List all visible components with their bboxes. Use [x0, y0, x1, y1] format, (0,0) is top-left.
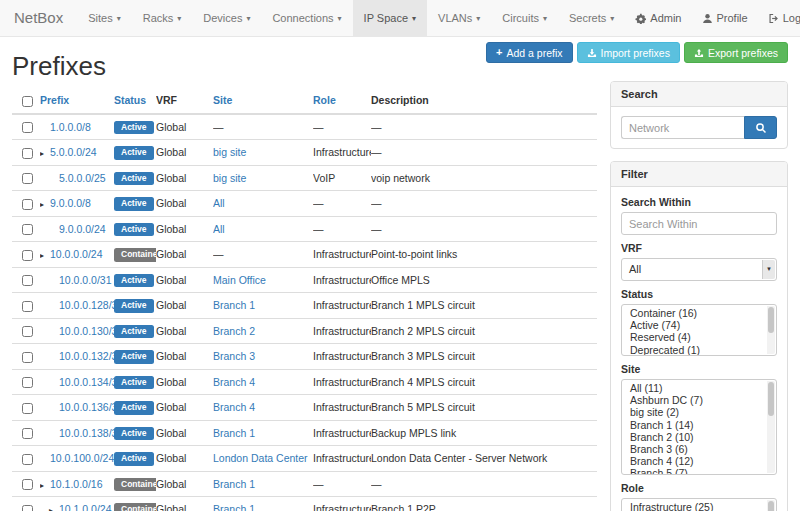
filter-select-vrf[interactable]: All▼: [621, 258, 777, 281]
prefix-link[interactable]: 9.0.0.0/24: [59, 223, 106, 235]
row-checkbox[interactable]: [22, 122, 33, 133]
site-cell: Branch 4: [213, 395, 313, 421]
nav-item-devices[interactable]: Devices▾: [192, 0, 261, 36]
import-prefixes-button[interactable]: Import prefixes: [577, 42, 680, 63]
listbox-option[interactable]: Branch 5 (7): [622, 467, 776, 475]
listbox-option[interactable]: Infrastructure (25): [622, 501, 776, 511]
site-link[interactable]: Branch 3: [213, 350, 255, 362]
listbox-option[interactable]: Branch 4 (12): [622, 455, 776, 467]
listbox-option[interactable]: Branch 2 (10): [622, 431, 776, 443]
role-cell: —: [313, 191, 371, 217]
nav-item-secrets[interactable]: Secrets▾: [558, 0, 625, 36]
prefix-link[interactable]: 9.0.0.0/8: [50, 197, 91, 209]
scrollbar-thumb[interactable]: [768, 307, 774, 333]
site-link[interactable]: All: [213, 223, 225, 235]
utility-profile[interactable]: Profile: [692, 0, 758, 36]
row-checkbox[interactable]: [22, 454, 33, 465]
site-link[interactable]: Branch 1: [213, 503, 255, 511]
nav-item-sites[interactable]: Sites▾: [77, 0, 131, 36]
site-link[interactable]: Branch 2: [213, 325, 255, 337]
prefix-link[interactable]: 10.0.0.128/31: [59, 299, 114, 311]
listbox-option[interactable]: Branch 1 (14): [622, 419, 776, 431]
sort-link-prefix[interactable]: Prefix: [40, 94, 69, 106]
role-cell: —: [313, 216, 371, 242]
utility-log-out[interactable]: Log out: [758, 0, 800, 36]
site-link[interactable]: Branch 4: [213, 376, 255, 388]
scrollbar-thumb[interactable]: [768, 501, 774, 511]
site-link[interactable]: Branch 4: [213, 401, 255, 413]
status-badge: Container: [114, 503, 156, 511]
listbox-option[interactable]: Deprecated (1): [622, 344, 776, 356]
listbox-option[interactable]: Container (16): [622, 307, 776, 319]
site-link[interactable]: London Data Center: [213, 452, 308, 464]
nav-item-label: VLANs: [438, 12, 472, 24]
row-checkbox[interactable]: [22, 326, 33, 337]
listbox-option[interactable]: Branch 3 (6): [622, 443, 776, 455]
prefix-link[interactable]: 10.0.0.132/31: [59, 350, 114, 362]
prefix-link[interactable]: 10.0.0.136/31: [59, 401, 114, 413]
prefix-link[interactable]: 10.0.0.134/31: [59, 376, 114, 388]
prefix-link[interactable]: 1.0.0.0/8: [50, 121, 91, 133]
nav-item-circuits[interactable]: Circuits▾: [491, 0, 558, 36]
nav-item-ip-space[interactable]: IP Space▾: [353, 0, 427, 36]
row-checkbox[interactable]: [22, 199, 33, 210]
prefix-link[interactable]: 10.1.0.0/24: [59, 503, 112, 511]
prefix-link[interactable]: 10.0.100.0/24: [50, 452, 114, 464]
listbox-option[interactable]: Active (74): [622, 319, 776, 331]
add-prefix-button[interactable]: + Add a prefix: [486, 42, 572, 63]
prefix-link[interactable]: 10.0.0.130/31: [59, 325, 114, 337]
row-checkbox[interactable]: [22, 505, 33, 511]
sort-link-role[interactable]: Role: [313, 94, 336, 106]
prefix-link[interactable]: 10.0.0.0/24: [50, 248, 103, 260]
site-link[interactable]: Branch 1: [213, 478, 255, 490]
brand-logo[interactable]: NetBox: [0, 0, 77, 36]
row-checkbox[interactable]: [22, 275, 33, 286]
nav-item-racks[interactable]: Racks▾: [132, 0, 193, 36]
prefix-link[interactable]: 10.0.0.138/31: [59, 427, 114, 439]
logout-icon: [768, 13, 779, 24]
row-checkbox[interactable]: [22, 428, 33, 439]
utility-admin[interactable]: Admin: [625, 0, 691, 36]
listbox-option[interactable]: big site (2): [622, 406, 776, 418]
nav-item-connections[interactable]: Connections▾: [261, 0, 352, 36]
row-checkbox[interactable]: [22, 173, 33, 184]
listbox-option[interactable]: All (11): [622, 382, 776, 394]
row-checkbox[interactable]: [22, 352, 33, 363]
search-input[interactable]: [621, 116, 744, 139]
site-cell: All: [213, 191, 313, 217]
table-row: 9.0.0.0/24ActiveGlobalAll——: [12, 216, 597, 242]
row-checkbox[interactable]: [22, 224, 33, 235]
scrollbar[interactable]: [767, 306, 775, 354]
search-button[interactable]: [744, 116, 777, 139]
prefix-link[interactable]: 5.0.0.0/24: [50, 146, 97, 158]
prefix-link[interactable]: 10.0.0.0/31: [59, 274, 112, 286]
site-link[interactable]: All: [213, 197, 225, 209]
scrollbar[interactable]: [767, 500, 775, 511]
filter-listbox-role: Infrastructure (25)Management (8)Private…: [621, 498, 777, 511]
sort-link-site[interactable]: Site: [213, 94, 232, 106]
row-checkbox[interactable]: [22, 250, 33, 261]
row-checkbox[interactable]: [22, 403, 33, 414]
role-cell: Infrastructure: [313, 344, 371, 370]
select-all-checkbox[interactable]: [22, 96, 33, 107]
listbox-option[interactable]: Reserved (4): [622, 331, 776, 343]
row-checkbox[interactable]: [22, 301, 33, 312]
site-link[interactable]: big site: [213, 146, 246, 158]
prefix-link[interactable]: 10.1.0.0/16: [50, 478, 103, 490]
row-checkbox[interactable]: [22, 148, 33, 159]
scrollbar-thumb[interactable]: [768, 382, 774, 416]
row-checkbox[interactable]: [22, 377, 33, 388]
site-link[interactable]: Branch 1: [213, 299, 255, 311]
export-prefixes-button[interactable]: Export prefixes: [684, 42, 788, 63]
filter-input-search-within[interactable]: [621, 212, 777, 235]
site-link[interactable]: Main Office: [213, 274, 266, 286]
column-header-site: Site: [213, 90, 313, 114]
listbox-option[interactable]: Ashburn DC (7): [622, 394, 776, 406]
scrollbar[interactable]: [767, 381, 775, 473]
prefix-link[interactable]: 5.0.0.0/25: [59, 172, 106, 184]
row-checkbox[interactable]: [22, 479, 33, 490]
sort-link-status[interactable]: Status: [114, 94, 146, 106]
site-link[interactable]: big site: [213, 172, 246, 184]
site-link[interactable]: Branch 1: [213, 427, 255, 439]
nav-item-vlans[interactable]: VLANs▾: [427, 0, 491, 36]
